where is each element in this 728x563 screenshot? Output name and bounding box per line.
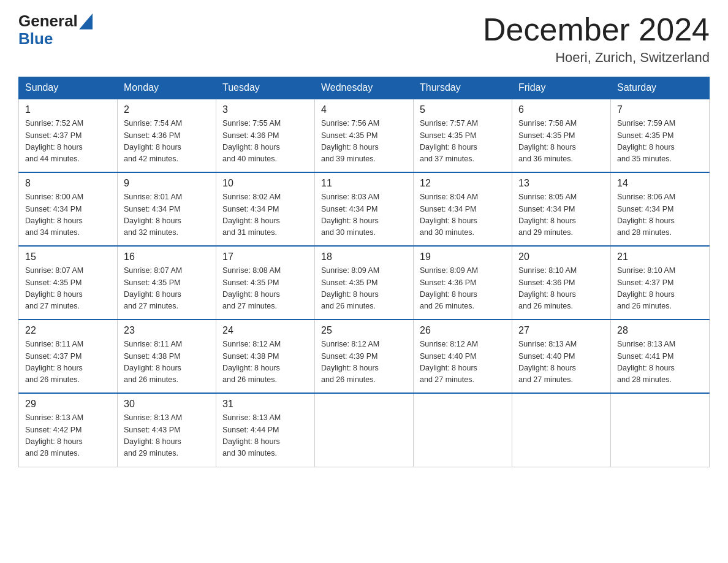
day-cell: 18 Sunrise: 8:09 AMSunset: 4:35 PMDaylig… xyxy=(315,246,414,320)
day-number: 21 xyxy=(617,251,703,262)
day-cell: 23 Sunrise: 8:11 AMSunset: 4:38 PMDaylig… xyxy=(118,320,216,393)
day-number: 29 xyxy=(25,399,111,410)
week-row-5: 29 Sunrise: 8:13 AMSunset: 4:42 PMDaylig… xyxy=(19,393,710,467)
logo: General Blue xyxy=(18,12,93,47)
col-saturday: Saturday xyxy=(611,77,710,99)
day-cell: 15 Sunrise: 8:07 AMSunset: 4:35 PMDaylig… xyxy=(19,246,118,320)
day-number: 22 xyxy=(25,325,111,336)
week-row-1: 1 Sunrise: 7:52 AMSunset: 4:37 PMDayligh… xyxy=(19,99,710,172)
day-number: 24 xyxy=(222,325,308,336)
day-info: Sunrise: 8:13 AMSunset: 4:44 PMDaylight:… xyxy=(222,413,281,458)
day-cell: 13 Sunrise: 8:05 AMSunset: 4:34 PMDaylig… xyxy=(512,172,611,246)
day-cell: 16 Sunrise: 8:07 AMSunset: 4:35 PMDaylig… xyxy=(118,246,216,320)
day-number: 13 xyxy=(518,178,604,189)
col-thursday: Thursday xyxy=(414,77,512,99)
day-number: 5 xyxy=(420,104,506,115)
header: General Blue December 2024 Hoeri, Zurich… xyxy=(18,12,710,66)
day-cell xyxy=(512,393,611,467)
day-info: Sunrise: 8:12 AMSunset: 4:38 PMDaylight:… xyxy=(222,340,281,384)
logo-triangle-icon xyxy=(79,13,93,29)
day-number: 30 xyxy=(124,399,210,410)
day-cell: 19 Sunrise: 8:09 AMSunset: 4:36 PMDaylig… xyxy=(414,246,512,320)
svg-marker-0 xyxy=(79,13,93,29)
day-number: 4 xyxy=(321,104,407,115)
day-info: Sunrise: 8:13 AMSunset: 4:42 PMDaylight:… xyxy=(25,413,83,458)
day-number: 17 xyxy=(222,251,308,262)
day-cell: 6 Sunrise: 7:58 AMSunset: 4:35 PMDayligh… xyxy=(512,99,611,172)
day-number: 20 xyxy=(518,251,604,262)
day-info: Sunrise: 8:00 AMSunset: 4:34 PMDaylight:… xyxy=(25,193,83,237)
day-cell: 5 Sunrise: 7:57 AMSunset: 4:35 PMDayligh… xyxy=(414,99,512,172)
day-info: Sunrise: 7:56 AMSunset: 4:35 PMDaylight:… xyxy=(321,119,379,163)
day-cell: 20 Sunrise: 8:10 AMSunset: 4:36 PMDaylig… xyxy=(512,246,611,320)
logo-blue: Blue xyxy=(18,30,93,48)
day-info: Sunrise: 8:12 AMSunset: 4:39 PMDaylight:… xyxy=(321,340,379,384)
day-cell: 1 Sunrise: 7:52 AMSunset: 4:37 PMDayligh… xyxy=(19,99,118,172)
day-info: Sunrise: 8:13 AMSunset: 4:40 PMDaylight:… xyxy=(518,340,577,384)
day-info: Sunrise: 8:09 AMSunset: 4:35 PMDaylight:… xyxy=(321,266,379,310)
day-cell: 4 Sunrise: 7:56 AMSunset: 4:35 PMDayligh… xyxy=(315,99,414,172)
day-info: Sunrise: 8:11 AMSunset: 4:38 PMDaylight:… xyxy=(124,340,182,384)
day-cell xyxy=(611,393,710,467)
day-info: Sunrise: 8:06 AMSunset: 4:34 PMDaylight:… xyxy=(617,193,675,237)
week-row-2: 8 Sunrise: 8:00 AMSunset: 4:34 PMDayligh… xyxy=(19,172,710,246)
day-cell: 7 Sunrise: 7:59 AMSunset: 4:35 PMDayligh… xyxy=(611,99,710,172)
day-number: 2 xyxy=(124,104,210,115)
day-info: Sunrise: 8:02 AMSunset: 4:34 PMDaylight:… xyxy=(222,193,281,237)
day-info: Sunrise: 8:01 AMSunset: 4:34 PMDaylight:… xyxy=(124,193,182,237)
day-cell: 21 Sunrise: 8:10 AMSunset: 4:37 PMDaylig… xyxy=(611,246,710,320)
day-number: 14 xyxy=(617,178,703,189)
day-info: Sunrise: 7:54 AMSunset: 4:36 PMDaylight:… xyxy=(124,119,182,163)
day-cell: 24 Sunrise: 8:12 AMSunset: 4:38 PMDaylig… xyxy=(216,320,315,393)
col-tuesday: Tuesday xyxy=(216,77,315,99)
day-info: Sunrise: 8:10 AMSunset: 4:36 PMDaylight:… xyxy=(518,266,577,310)
day-number: 23 xyxy=(124,325,210,336)
day-number: 26 xyxy=(420,325,506,336)
day-cell: 8 Sunrise: 8:00 AMSunset: 4:34 PMDayligh… xyxy=(19,172,118,246)
day-number: 16 xyxy=(124,251,210,262)
location: Hoeri, Zurich, Switzerland xyxy=(483,50,710,66)
day-cell: 10 Sunrise: 8:02 AMSunset: 4:34 PMDaylig… xyxy=(216,172,315,246)
day-cell: 3 Sunrise: 7:55 AMSunset: 4:36 PMDayligh… xyxy=(216,99,315,172)
day-number: 31 xyxy=(222,399,308,410)
day-info: Sunrise: 8:11 AMSunset: 4:37 PMDaylight:… xyxy=(25,340,83,384)
col-friday: Friday xyxy=(512,77,611,99)
day-info: Sunrise: 8:04 AMSunset: 4:34 PMDaylight:… xyxy=(420,193,478,237)
day-cell: 31 Sunrise: 8:13 AMSunset: 4:44 PMDaylig… xyxy=(216,393,315,467)
day-info: Sunrise: 7:59 AMSunset: 4:35 PMDaylight:… xyxy=(617,119,675,163)
day-number: 12 xyxy=(420,178,506,189)
month-title: December 2024 xyxy=(483,12,710,47)
col-monday: Monday xyxy=(118,77,216,99)
day-info: Sunrise: 8:08 AMSunset: 4:35 PMDaylight:… xyxy=(222,266,281,310)
day-info: Sunrise: 8:13 AMSunset: 4:43 PMDaylight:… xyxy=(124,413,182,458)
logo-text: General Blue xyxy=(18,12,93,47)
day-info: Sunrise: 8:03 AMSunset: 4:34 PMDaylight:… xyxy=(321,193,379,237)
day-number: 18 xyxy=(321,251,407,262)
day-number: 1 xyxy=(25,104,111,115)
day-info: Sunrise: 8:09 AMSunset: 4:36 PMDaylight:… xyxy=(420,266,478,310)
day-info: Sunrise: 7:58 AMSunset: 4:35 PMDaylight:… xyxy=(518,119,577,163)
day-cell: 2 Sunrise: 7:54 AMSunset: 4:36 PMDayligh… xyxy=(118,99,216,172)
col-wednesday: Wednesday xyxy=(315,77,414,99)
day-info: Sunrise: 8:13 AMSunset: 4:41 PMDaylight:… xyxy=(617,340,675,384)
day-cell: 9 Sunrise: 8:01 AMSunset: 4:34 PMDayligh… xyxy=(118,172,216,246)
day-number: 27 xyxy=(518,325,604,336)
day-cell xyxy=(414,393,512,467)
day-info: Sunrise: 7:57 AMSunset: 4:35 PMDaylight:… xyxy=(420,119,478,163)
day-number: 3 xyxy=(222,104,308,115)
day-number: 19 xyxy=(420,251,506,262)
calendar-table: Sunday Monday Tuesday Wednesday Thursday… xyxy=(18,77,710,467)
day-info: Sunrise: 8:12 AMSunset: 4:40 PMDaylight:… xyxy=(420,340,478,384)
day-cell: 28 Sunrise: 8:13 AMSunset: 4:41 PMDaylig… xyxy=(611,320,710,393)
day-cell: 26 Sunrise: 8:12 AMSunset: 4:40 PMDaylig… xyxy=(414,320,512,393)
day-cell: 25 Sunrise: 8:12 AMSunset: 4:39 PMDaylig… xyxy=(315,320,414,393)
day-number: 10 xyxy=(222,178,308,189)
week-row-4: 22 Sunrise: 8:11 AMSunset: 4:37 PMDaylig… xyxy=(19,320,710,393)
day-info: Sunrise: 8:07 AMSunset: 4:35 PMDaylight:… xyxy=(25,266,83,310)
day-cell: 12 Sunrise: 8:04 AMSunset: 4:34 PMDaylig… xyxy=(414,172,512,246)
header-row: Sunday Monday Tuesday Wednesday Thursday… xyxy=(19,77,710,99)
page: General Blue December 2024 Hoeri, Zurich… xyxy=(0,0,728,486)
day-number: 11 xyxy=(321,178,407,189)
col-sunday: Sunday xyxy=(19,77,118,99)
day-cell: 14 Sunrise: 8:06 AMSunset: 4:34 PMDaylig… xyxy=(611,172,710,246)
